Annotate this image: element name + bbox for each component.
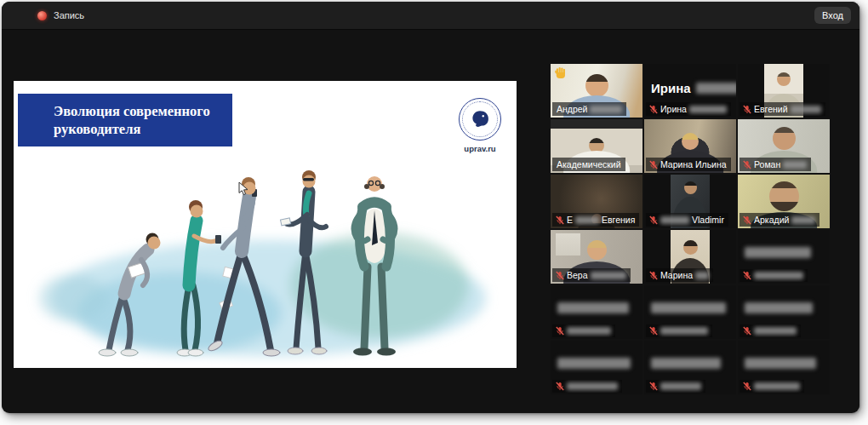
- name-blurred: [567, 382, 618, 390]
- participant-center-name: [745, 302, 813, 313]
- name-blurred: [557, 358, 631, 369]
- participant-name-label: ЕЕвгения: [552, 213, 639, 227]
- participant-name-label: [646, 324, 712, 337]
- name-blurred: [783, 161, 807, 169]
- participant-center-name: [557, 358, 631, 369]
- login-button[interactable]: Вход: [814, 7, 851, 24]
- meeting-window: Запись Вход: [2, 2, 859, 413]
- mic-muted-icon: [743, 105, 751, 114]
- shared-screen-stage: Эволюция современного руководителя uprav…: [2, 30, 859, 412]
- presentation-slide: Эволюция современного руководителя uprav…: [14, 81, 517, 368]
- participant-tile[interactable]: Вера: [551, 230, 642, 284]
- name-blurred: [754, 382, 800, 390]
- participant-name-text: Марина: [660, 270, 709, 280]
- participant-tile[interactable]: Академический: [551, 119, 642, 173]
- name-text: Vladimir: [692, 215, 724, 225]
- name-blurred: [660, 327, 708, 335]
- participant-grid: Андрей Ирина Ирина: [551, 64, 830, 394]
- participant-name-text: [754, 327, 797, 335]
- participant-center-name: [557, 302, 629, 313]
- mic-muted-icon: [556, 326, 564, 336]
- name-text: Аркадий: [754, 215, 789, 225]
- slide-title-line1: Эволюция современного: [54, 102, 232, 120]
- recording-indicator[interactable]: Запись: [37, 10, 84, 20]
- name-blurred: [745, 358, 816, 369]
- participant-name-text: Вера: [567, 270, 626, 280]
- participant-name-text: [754, 272, 803, 279]
- participant-tile[interactable]: [738, 341, 830, 394]
- mic-muted-icon: [743, 271, 751, 280]
- name-blurred: [791, 106, 821, 113]
- participant-name-label: Марина Ильина: [646, 158, 731, 171]
- participant-name-label: [552, 380, 622, 393]
- participant-center-name: [651, 358, 721, 369]
- participant-name-label: Марина: [646, 268, 713, 282]
- mic-muted-icon: [649, 160, 658, 169]
- meeting-topbar: Запись Вход: [2, 2, 859, 30]
- name-blurred: [791, 216, 815, 224]
- participant-name-text: [567, 327, 611, 335]
- participant-center-name: [745, 247, 811, 258]
- participant-tile[interactable]: [644, 341, 736, 394]
- participant-tile[interactable]: Марина: [644, 230, 736, 284]
- name-blurred: [754, 327, 797, 335]
- participant-name-label: [740, 380, 804, 393]
- participant-tile[interactable]: [738, 230, 830, 284]
- name-blurred: [660, 216, 689, 224]
- participant-tile[interactable]: Роман: [738, 119, 830, 173]
- recording-dot-icon: [37, 11, 47, 20]
- name-blurred: [745, 247, 811, 258]
- participant-tile[interactable]: Vladimir: [644, 175, 736, 228]
- uprav-logo-caption: uprav.ru: [455, 144, 505, 153]
- participant-tile[interactable]: [738, 285, 830, 339]
- mouse-cursor-icon: [238, 181, 248, 200]
- participant-tile[interactable]: [551, 341, 642, 394]
- name-text: Академический: [557, 159, 621, 169]
- name-blurred: [590, 106, 622, 113]
- mic-muted-icon: [743, 160, 751, 169]
- participant-name-label: [740, 269, 808, 282]
- name-text: Роман: [754, 159, 780, 169]
- participant-name-text: Евгений: [754, 104, 821, 114]
- participant-tile[interactable]: Марина Ильина: [644, 119, 736, 173]
- participant-name-label: Аркадий: [740, 213, 819, 227]
- participant-tile[interactable]: [551, 285, 642, 339]
- name-blurred: [689, 106, 727, 113]
- name-blurred: [591, 272, 626, 279]
- name-blurred: [695, 272, 709, 279]
- name-text: Марина: [660, 270, 693, 280]
- recording-label: Запись: [54, 10, 84, 20]
- name-blurred: [660, 382, 701, 390]
- participant-center-name: [745, 358, 816, 369]
- participant-name-text: [567, 382, 618, 390]
- participant-name-text: [754, 382, 800, 390]
- name-text: Е: [567, 215, 573, 225]
- mic-muted-icon: [649, 382, 658, 391]
- participant-tile[interactable]: [644, 285, 736, 339]
- name-blurred: [575, 216, 599, 224]
- uprav-logo-emblem-icon: [459, 98, 501, 141]
- participant-tile[interactable]: Ирина Ирина: [644, 64, 736, 118]
- mic-muted-icon: [743, 215, 751, 225]
- participant-name-text: [660, 327, 708, 335]
- name-text: Марина Ильина: [660, 159, 727, 169]
- participant-name-label: Евгений: [740, 102, 825, 116]
- name-blurred: [745, 302, 813, 313]
- name-blurred: [696, 83, 736, 94]
- mic-muted-icon: [743, 382, 751, 391]
- slide-title-line2: руководителя: [54, 120, 232, 138]
- name-text: Ирина: [660, 104, 687, 114]
- mic-muted-icon: [649, 271, 658, 280]
- name-text: Ирина: [651, 81, 691, 95]
- participant-tile[interactable]: ЕЕвгения: [551, 175, 642, 228]
- participant-tile[interactable]: Аркадий: [738, 175, 830, 228]
- participant-name-text: Аркадий: [754, 215, 815, 225]
- name-text: Вера: [567, 270, 588, 280]
- participant-tile[interactable]: Евгений: [738, 64, 830, 118]
- participant-tile[interactable]: Андрей: [551, 64, 642, 118]
- participant-name-label: [740, 324, 801, 337]
- mic-muted-icon: [743, 326, 751, 336]
- name-blurred: [651, 302, 726, 313]
- participant-name-text: Роман: [754, 159, 807, 169]
- name-blurred: [567, 327, 611, 335]
